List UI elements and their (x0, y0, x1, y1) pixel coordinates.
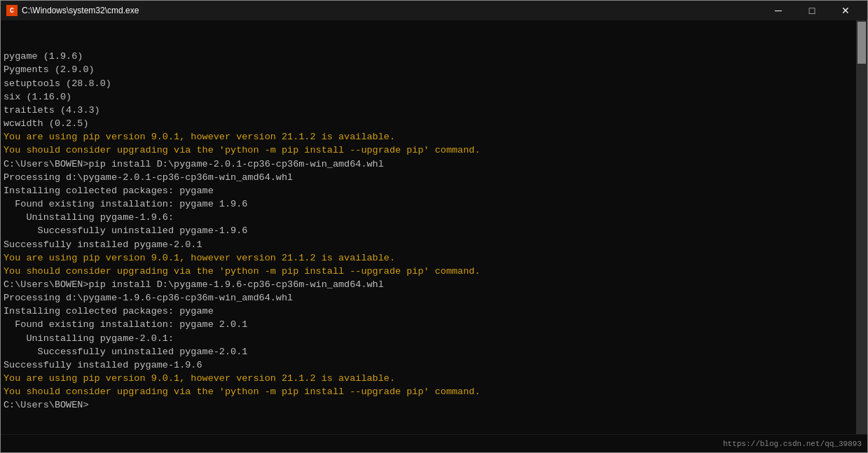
terminal-line: Uninstalling pygame-2.0.1: (4, 332, 853, 345)
terminal-line: Uninstalling pygame-1.9.6: (4, 211, 853, 224)
terminal-line: Installing collected packages: pygame (4, 305, 853, 318)
terminal-line: You should consider upgrading via the 'p… (4, 385, 853, 398)
terminal-line: You are using pip version 9.0.1, however… (4, 372, 853, 385)
cmd-icon: C (6, 5, 18, 16)
maximize-button[interactable]: □ (796, 1, 828, 20)
terminal-line: Installing collected packages: pygame (4, 184, 853, 197)
scrollbar-thumb[interactable] (857, 22, 866, 64)
terminal-line: wcwidth (0.2.5) (4, 117, 853, 130)
terminal-line: traitlets (4.3.3) (4, 104, 853, 117)
terminal-line: setuptools (28.8.0) (4, 77, 853, 90)
bottom-bar: https://blog.csdn.net/qq_39893 (1, 434, 867, 452)
terminal-line: Found existing installation: pygame 2.0.… (4, 318, 853, 331)
terminal-line: Found existing installation: pygame 1.9.… (4, 197, 853, 211)
terminal-line: C:\Users\BOWEN>pip install D:\pygame-1.9… (4, 278, 853, 291)
terminal-line: Processing d:\pygame-2.0.1-cp36-cp36m-wi… (4, 171, 853, 184)
terminal-body: pygame (1.9.6)Pygments (2.9.0)setuptools… (1, 20, 867, 434)
window-title: C:\Windows\system32\cmd.exe (22, 6, 762, 15)
terminal-line: six (1.16.0) (4, 90, 853, 104)
terminal-line: You are using pip version 9.0.1, however… (4, 251, 853, 265)
terminal-line: Successfully installed pygame-2.0.1 (4, 238, 853, 251)
terminal-line: Successfully installed pygame-1.9.6 (4, 358, 853, 372)
window-controls: ─ □ ✕ (762, 1, 862, 20)
minimize-button[interactable]: ─ (762, 1, 794, 20)
scrollbar[interactable] (856, 20, 867, 434)
terminal-line: C:\Users\BOWEN> (4, 398, 853, 412)
terminal-line: Successfully uninstalled pygame-1.9.6 (4, 224, 853, 237)
close-button[interactable]: ✕ (829, 1, 862, 20)
terminal-line: You should consider upgrading via the 'p… (4, 144, 853, 157)
terminal-content[interactable]: pygame (1.9.6)Pygments (2.9.0)setuptools… (1, 20, 856, 434)
terminal-line: Pygments (2.9.0) (4, 63, 853, 76)
terminal-line: pygame (1.9.6) (4, 50, 853, 63)
cmd-window: C C:\Windows\system32\cmd.exe ─ □ ✕ pyga… (0, 0, 868, 453)
title-bar: C C:\Windows\system32\cmd.exe ─ □ ✕ (1, 1, 867, 20)
terminal-line: You are using pip version 9.0.1, however… (4, 130, 853, 144)
blog-link: https://blog.csdn.net/qq_39893 (723, 440, 862, 448)
terminal-line: Successfully uninstalled pygame-2.0.1 (4, 345, 853, 358)
terminal-line: Processing d:\pygame-1.9.6-cp36-cp36m-wi… (4, 291, 853, 305)
terminal-line: C:\Users\BOWEN>pip install D:\pygame-2.0… (4, 158, 853, 171)
terminal-line: You should consider upgrading via the 'p… (4, 265, 853, 278)
